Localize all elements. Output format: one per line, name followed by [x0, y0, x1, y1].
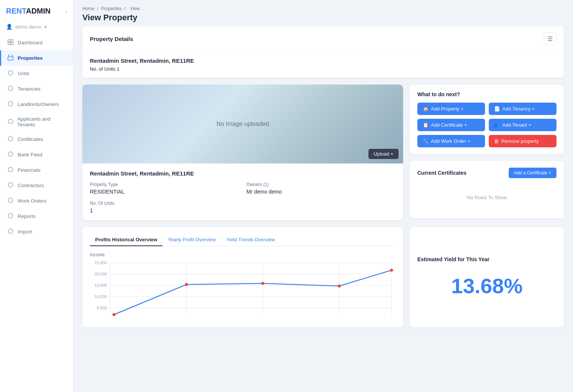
sidebar-item-dashboard[interactable]: Dashboard: [0, 35, 73, 50]
sidebar-label-bankfeed: Bank Feed: [18, 152, 42, 157]
right-panel: What to do next? 🏠 Add Property + 📄 Add …: [410, 85, 564, 218]
import-icon: [7, 228, 14, 235]
svg-text:20,000: 20,000: [94, 272, 107, 276]
units-info-value: 1: [90, 207, 239, 213]
units-icon: [7, 70, 14, 77]
sidebar-item-properties[interactable]: Properties: [0, 50, 73, 66]
add-tenant-button[interactable]: 👥 Add Tenant +: [489, 119, 556, 131]
card-header: Property Details ☰: [82, 26, 564, 51]
certificates-title: Current Certificates: [417, 170, 467, 176]
sidebar-collapse-btn[interactable]: ‹: [65, 8, 67, 14]
user-icon: 👤: [6, 24, 12, 30]
logo-admin: ADMIN: [26, 7, 51, 15]
tab-yearly-profit[interactable]: Yearly Profit Overview: [162, 234, 221, 246]
actions-grid: 🏠 Add Property + 📄 Add Tenancy + 📋 Add C…: [417, 103, 556, 147]
svg-rect-1: [11, 39, 13, 42]
svg-point-9: [8, 136, 13, 141]
svg-rect-0: [8, 39, 10, 42]
add-certificate-button[interactable]: 📋 Add Certificate +: [417, 119, 485, 131]
add-work-order-icon: 🔧: [423, 138, 429, 144]
properties-icon: [7, 54, 14, 62]
sidebar: RENTADMIN ‹ 👤 demo demo ▾ Dashboard Prop…: [0, 0, 73, 392]
breadcrumb: Home / Properties / View: [82, 6, 564, 11]
owners-label: Owners (1): [247, 182, 396, 187]
property-address: Rentadmin Street, Rentadmin, RE11RE: [90, 58, 556, 64]
sidebar-item-tenancies[interactable]: Tenancies: [0, 81, 73, 97]
bottom-row: Profits Historical Overview Yearly Profi…: [82, 227, 564, 327]
sidebar-item-contractors[interactable]: Contractors: [0, 178, 73, 193]
svg-point-34: [338, 285, 341, 288]
breadcrumb-home[interactable]: Home: [82, 6, 94, 11]
remove-property-icon: 🗑: [494, 138, 499, 144]
menu-button[interactable]: ☰: [544, 32, 556, 45]
dropdown-icon: ▾: [44, 24, 47, 30]
upload-button[interactable]: Upload +: [368, 149, 399, 159]
add-property-button[interactable]: 🏠 Add Property +: [417, 103, 485, 115]
svg-rect-3: [11, 42, 13, 45]
sidebar-label-applicants: Applicants and Tenants: [17, 116, 67, 127]
sidebar-item-units[interactable]: Units: [0, 66, 73, 81]
right-column: What to do next? 🏠 Add Property + 📄 Add …: [410, 85, 564, 220]
page-title: View Property: [82, 13, 564, 23]
svg-point-5: [8, 71, 13, 75]
left-column: No Image uploaded Upload + Rentadmin Str…: [82, 85, 403, 220]
sidebar-item-applicants[interactable]: Applicants and Tenants: [0, 112, 73, 132]
sidebar-label-properties: Properties: [18, 55, 43, 61]
svg-point-15: [8, 229, 13, 233]
property-details-card: Property Details ☰ Rentadmin Street, Ren…: [82, 26, 564, 78]
user-menu[interactable]: 👤 demo demo ▾: [0, 21, 73, 35]
chart-area: Income 2: [90, 252, 396, 321]
financials-icon: [7, 166, 14, 174]
svg-point-33: [261, 282, 265, 285]
sidebar-item-workorders[interactable]: Work Orders: [0, 193, 73, 209]
property-type-value: RESIDENTIAL: [90, 189, 239, 195]
sidebar-item-certificates[interactable]: Certificates: [0, 132, 73, 147]
property-image-area: No Image uploaded Upload +: [82, 85, 403, 163]
add-certificate-card-button[interactable]: Add a Certificate +: [509, 168, 556, 178]
property-type-group: Property Type RESIDENTIAL: [90, 182, 239, 195]
property-type-label: Property Type: [90, 182, 239, 187]
sidebar-item-financials[interactable]: Financials: [0, 162, 73, 178]
sidebar-nav: Dashboard Properties Units Tenancies Lan…: [0, 35, 73, 392]
svg-point-13: [8, 198, 13, 203]
sidebar-item-landlords[interactable]: Landlords/Owners: [0, 97, 73, 112]
tab-profits-historical[interactable]: Profits Historical Overview: [90, 234, 162, 246]
remove-property-button[interactable]: 🗑 Remove property: [489, 135, 556, 147]
add-work-order-button[interactable]: 🔧 Add Work Order +: [417, 135, 485, 147]
property-info: Rentadmin Street, Rentadmin, RE11RE Prop…: [82, 163, 403, 220]
contractors-icon: [7, 182, 14, 189]
units-group: No. Of Units 1: [90, 201, 239, 213]
sidebar-item-bankfeed[interactable]: Bank Feed: [0, 147, 73, 162]
content-area: Property Details ☰ Rentadmin Street, Ren…: [73, 26, 573, 336]
property-card-address: Rentadmin Street, Rentadmin, RE11RE: [90, 170, 396, 177]
add-work-order-label: Add Work Order +: [431, 138, 470, 144]
svg-point-10: [8, 152, 13, 156]
yield-title: Estimated Yield for This Year: [417, 256, 490, 262]
add-tenancy-button[interactable]: 📄 Add Tenancy +: [489, 103, 556, 115]
bankfeed-icon: [7, 151, 14, 158]
logo-text: RENTADMIN: [6, 7, 51, 15]
main-content: Home / Properties / View View Property P…: [73, 0, 573, 392]
no-rows-message: No Rows To Show: [417, 183, 556, 212]
sidebar-item-import[interactable]: Import: [0, 224, 73, 239]
add-tenancy-icon: 📄: [494, 106, 500, 112]
add-certificate-label: Add Certificate +: [431, 122, 467, 128]
breadcrumb-properties[interactable]: Properties: [101, 6, 122, 11]
sidebar-item-reports[interactable]: Reports: [0, 209, 73, 224]
page-header: Home / Properties / View View Property: [73, 0, 573, 26]
property-details-body: Rentadmin Street, Rentadmin, RE11RE No. …: [82, 51, 564, 78]
dashboard-icon: [7, 39, 14, 46]
add-property-icon: 🏠: [423, 106, 429, 112]
logo-rent: RENT: [6, 7, 26, 15]
owners-value: Mr demo demo: [247, 189, 396, 195]
chart-tabs: Profits Historical Overview Yearly Profi…: [90, 234, 396, 246]
svg-text:10,000: 10,000: [94, 295, 107, 299]
svg-rect-4: [8, 57, 13, 60]
applicants-icon: [7, 118, 14, 126]
svg-text:15,000: 15,000: [94, 283, 107, 288]
no-image-label: No Image uploaded: [217, 121, 269, 127]
tab-yield-trends[interactable]: Yield Trends Overview: [221, 234, 280, 246]
svg-rect-2: [8, 42, 10, 45]
sidebar-label-import: Import: [18, 229, 32, 235]
sidebar-label-units: Units: [18, 71, 29, 76]
